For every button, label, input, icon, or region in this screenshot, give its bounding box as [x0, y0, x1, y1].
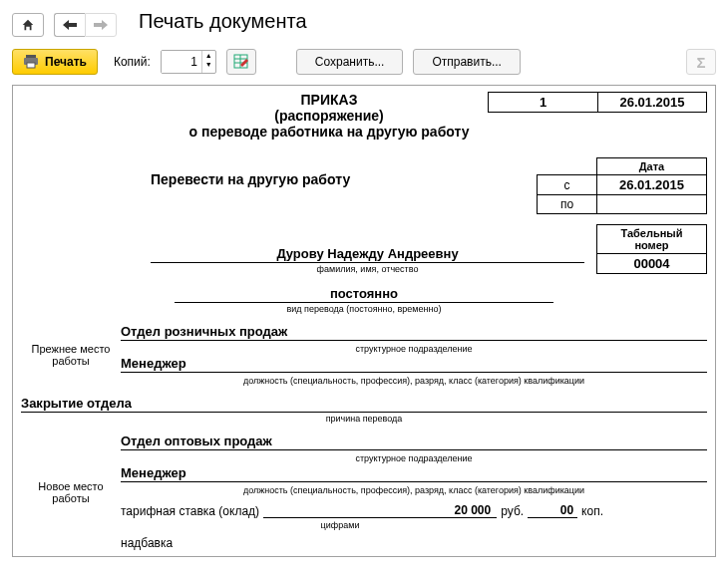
doc-heading-line3: о переводе работника на другую работу	[181, 124, 478, 140]
kop-value: 00	[528, 503, 577, 518]
transfer-from-date: 26.01.2015	[597, 175, 707, 195]
spinner-up[interactable]: ▲	[202, 51, 215, 60]
addon-label: надбавка	[121, 536, 173, 550]
salary-label: тарифная ставка (оклад)	[121, 504, 259, 518]
prev-position-caption: должность (специальность, профессия), ра…	[121, 376, 707, 386]
svg-rect-2	[27, 63, 35, 68]
nav-back-button[interactable]	[54, 13, 85, 37]
print-button-label: Печать	[45, 55, 87, 69]
spinner-down[interactable]: ▼	[202, 60, 215, 69]
arrow-right-icon	[94, 20, 108, 30]
transfer-kind-caption: вид перевода (постоянно, временно)	[175, 304, 553, 314]
arrow-left-icon	[63, 20, 77, 30]
template-editor-button[interactable]	[226, 49, 256, 75]
transfer-date-header: Дата	[597, 158, 707, 175]
nav-forward-button[interactable]	[85, 13, 117, 37]
doc-date: 26.01.2015	[597, 92, 707, 113]
grid-edit-icon	[233, 54, 249, 70]
salary-kop: коп.	[581, 504, 603, 518]
new-position-caption: должность (специальность, профессия), ра…	[121, 485, 707, 495]
new-unit-caption: структурное подразделение	[121, 453, 707, 463]
transfer-to-label: по	[538, 195, 597, 214]
prev-unit: Отдел розничных продаж	[121, 324, 707, 341]
doc-heading-line2: (распоряжение)	[181, 108, 478, 124]
new-place-label-2: работы	[25, 492, 117, 504]
transfer-label: Перевести на другую работу	[151, 157, 537, 187]
salary-rub: руб.	[501, 504, 524, 518]
save-button[interactable]: Сохранить...	[296, 49, 404, 75]
doc-heading-line1: ПРИКАЗ	[181, 92, 478, 108]
sum-button[interactable]: Σ	[686, 49, 716, 75]
transfer-from-label: с	[538, 175, 597, 195]
copies-input[interactable]	[162, 51, 201, 73]
sigma-icon: Σ	[696, 54, 705, 71]
transfer-to-date	[597, 195, 707, 214]
new-place-label-1: Новое место	[25, 480, 117, 492]
svg-rect-0	[26, 55, 36, 58]
prev-unit-caption: структурное подразделение	[121, 344, 707, 354]
new-unit: Отдел оптовых продаж	[121, 434, 707, 450]
print-button[interactable]: Печать	[12, 49, 98, 75]
send-button[interactable]: Отправить...	[413, 49, 521, 75]
transfer-kind: постоянно	[175, 286, 553, 303]
home-button[interactable]	[12, 13, 44, 37]
transfer-reason-caption: причина перевода	[21, 414, 707, 424]
window-title: Печать документа	[139, 6, 307, 43]
salary-value: 20 000	[263, 503, 497, 518]
document-viewport: ПРИКАЗ (распоряжение) о переводе работни…	[12, 85, 716, 557]
salary-caption: цифрами	[280, 520, 400, 530]
employee-name: Дурову Надежду Андреевну	[151, 246, 584, 263]
tabel-label: Табельный номер	[597, 225, 707, 254]
prev-position: Менеджер	[121, 356, 707, 373]
transfer-dates-table: Дата с 26.01.2015 по	[537, 157, 707, 214]
prev-place-label-1: Прежнее место	[25, 343, 117, 355]
copies-spinner[interactable]: ▲ ▼	[161, 50, 216, 74]
prev-place-label-2: работы	[25, 355, 117, 367]
home-icon	[21, 18, 35, 32]
tabel-value: 00004	[597, 254, 707, 274]
copies-label: Копий:	[114, 55, 151, 69]
employee-caption: фамилия, имя, отчество	[151, 264, 584, 274]
send-button-label: Отправить...	[432, 55, 502, 69]
new-position: Менеджер	[121, 465, 707, 482]
printer-icon	[23, 55, 39, 69]
save-button-label: Сохранить...	[315, 55, 385, 69]
tabel-table: Табельный номер 00004	[596, 224, 707, 274]
doc-number: 1	[488, 92, 597, 113]
transfer-reason: Закрытие отдела	[21, 396, 707, 413]
